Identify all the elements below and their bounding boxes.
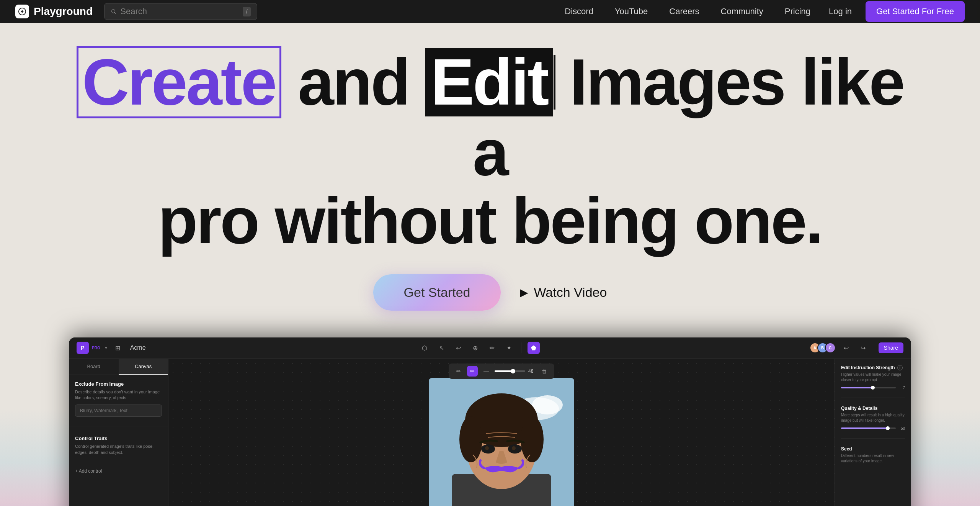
instruction-section: Edit Instruction Strength i Higher value… [841, 365, 905, 390]
canvas-slider[interactable] [495, 370, 525, 372]
search-icon [111, 8, 116, 15]
headline-pro: pro without being one. [158, 184, 822, 257]
nav-logo[interactable]: Playground [15, 5, 93, 18]
panel-divider-1 [69, 426, 168, 426]
app-left-panel: Board Canvas Exclude From Image Describe… [69, 359, 168, 506]
toolbar-active-button[interactable]: ⬟ [528, 342, 540, 354]
canvas-pencil-btn[interactable]: ✏ [467, 366, 478, 377]
app-logo-icon: P [77, 342, 89, 354]
instruction-value: 7 [899, 386, 905, 390]
control-traits-desc: Control generated image's traits like po… [75, 444, 162, 455]
logo-icon [15, 5, 29, 18]
svg-point-14 [512, 446, 516, 450]
control-traits-title: Control Traits [75, 436, 162, 441]
instruction-slider-row: 7 [841, 386, 905, 390]
headline-and: and [298, 46, 425, 118]
app-screenshot: P PRO ▾ ⊞ Acme ⬡ ↖ ↩ ⊕ ✏ ✦ ⬟ A [69, 337, 911, 506]
svg-point-10 [521, 416, 544, 462]
tab-board[interactable]: Board [69, 359, 119, 375]
add-control-button[interactable]: + Add control [69, 465, 168, 477]
app-logo-chevron: ▾ [105, 345, 107, 350]
exclude-input[interactable] [75, 404, 162, 417]
toolbar-export-button[interactable]: ⬡ [418, 342, 431, 354]
toolbar-brush-button[interactable]: ✏ [486, 342, 498, 354]
play-icon: ▶ [520, 286, 528, 299]
quality-section: Quality & Details More steps will result… [841, 406, 905, 431]
exclude-desc: Describe details you don't want in your … [75, 389, 162, 401]
svg-point-9 [459, 416, 482, 462]
avatar-3: C [825, 342, 836, 353]
instruction-info-icon[interactable]: i [897, 365, 903, 370]
instruction-desc: Higher values will make your image close… [841, 372, 905, 383]
app-project-name: Acme [130, 344, 146, 351]
instruction-slider[interactable] [841, 387, 896, 388]
control-traits-section: Control Traits Control generated image's… [69, 429, 168, 465]
app-body: Board Canvas Exclude From Image Describe… [69, 359, 911, 506]
nav-link-careers[interactable]: Careers [658, 3, 710, 20]
quality-slider-row: 50 [841, 426, 905, 431]
svg-point-13 [485, 446, 489, 450]
get-started-button[interactable]: Get Started [373, 274, 501, 311]
nav-links: Discord YouTube Careers Community Pricin… [554, 1, 965, 22]
toolbar-separator [521, 342, 521, 353]
toolbar-avatars: A B C [813, 342, 836, 353]
nav-link-pricing[interactable]: Pricing [774, 3, 821, 20]
canvas-image [429, 378, 574, 506]
canvas-delete-btn[interactable]: 🗑 [539, 366, 550, 377]
quality-title: Quality & Details [841, 406, 905, 411]
logo-text: Playground [34, 5, 93, 18]
toolbar-undo2-button[interactable]: ↩ [840, 342, 853, 354]
hero-actions: Get Started ▶ Watch Video [373, 274, 607, 311]
toolbar-undo-button[interactable]: ↩ [452, 342, 464, 354]
headline-edit: Edit [425, 48, 553, 116]
navbar: Playground / Discord YouTube Careers Com… [0, 0, 980, 23]
search-input[interactable] [120, 7, 239, 16]
app-window: P PRO ▾ ⊞ Acme ⬡ ↖ ↩ ⊕ ✏ ✦ ⬟ A [69, 337, 911, 506]
canvas-slider-value: 48 [528, 368, 536, 374]
toolbar-share-button[interactable]: Share [879, 342, 903, 353]
exclude-title: Exclude From Image [75, 381, 162, 387]
nav-cta-button[interactable]: Get Started For Free [866, 1, 965, 22]
nav-link-youtube[interactable]: YouTube [604, 3, 658, 20]
toolbar-cursor-button[interactable]: ↖ [435, 342, 448, 354]
app-pro-badge: PRO [92, 346, 100, 350]
nav-login-link[interactable]: Log in [821, 3, 859, 20]
exclude-section: Exclude From Image Describe details you … [69, 375, 168, 423]
search-box[interactable]: / [104, 3, 257, 20]
app-logo-button[interactable]: P PRO [77, 342, 100, 354]
toolbar-magic-button[interactable]: ✦ [503, 342, 515, 354]
seed-desc: Different numbers result in new variatio… [841, 453, 905, 464]
search-shortcut: / [243, 7, 251, 16]
right-divider-2 [841, 438, 905, 439]
hero-headline: Create and Edit Images like a pro withou… [69, 46, 911, 255]
watch-video-label: Watch Video [534, 285, 607, 300]
nav-link-community[interactable]: Community [710, 3, 774, 20]
seed-section: Seed Different numbers result in new var… [841, 446, 905, 467]
toolbar-copy-button[interactable]: ⊞ [112, 342, 124, 354]
hero-content: Create and Edit Images like a pro withou… [31, 23, 949, 326]
panel-tabs: Board Canvas [69, 359, 168, 375]
quality-slider[interactable] [841, 427, 896, 429]
quality-value: 50 [899, 426, 905, 431]
tab-canvas[interactable]: Canvas [119, 359, 168, 375]
headline-create: Create [77, 46, 281, 118]
watch-video-button[interactable]: ▶ Watch Video [520, 285, 607, 300]
app-canvas: ✏ ✏ — 48 🗑 [168, 359, 835, 506]
canvas-line-btn[interactable]: — [481, 366, 492, 377]
app-right-panel: Edit Instruction Strength i Higher value… [835, 359, 911, 506]
toolbar-add-button[interactable]: ⊕ [469, 342, 481, 354]
hero-section: Create and Edit Images like a pro withou… [0, 0, 980, 506]
seed-title: Seed [841, 446, 905, 452]
quality-desc: More steps will result in a high quality… [841, 413, 905, 423]
canvas-brush-btn[interactable]: ✏ [453, 366, 464, 377]
svg-point-4 [532, 395, 563, 414]
toolbar-redo-button[interactable]: ↪ [857, 342, 869, 354]
nav-link-discord[interactable]: Discord [554, 3, 604, 20]
instruction-title: Edit Instruction Strength i [841, 365, 905, 370]
right-divider-1 [841, 398, 905, 398]
app-toolbar: P PRO ▾ ⊞ Acme ⬡ ↖ ↩ ⊕ ✏ ✦ ⬟ A [69, 337, 911, 359]
add-control-label: + Add control [75, 468, 102, 474]
canvas-toolbar: ✏ ✏ — 48 🗑 [449, 364, 554, 379]
